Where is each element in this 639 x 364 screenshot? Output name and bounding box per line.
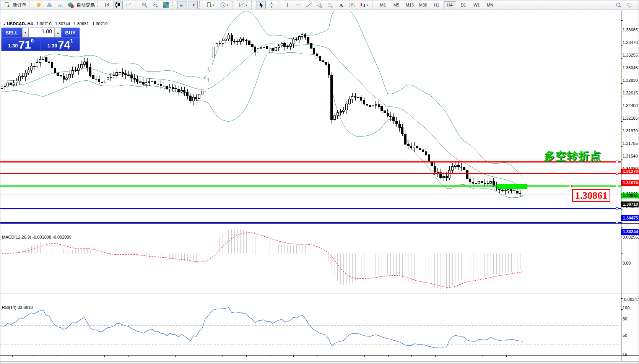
toolbar-separator xyxy=(232,1,235,9)
zoom-in-button[interactable] xyxy=(140,1,150,9)
toolbar-separator xyxy=(98,1,101,9)
new-order-button-label[interactable]: 新订单 xyxy=(13,2,26,8)
candlestick-chart-button[interactable] xyxy=(113,1,123,9)
main-toolbar: 新订单自动交易▾▾▾EFAT▾M1M5M15M30H1H4D1W1MN xyxy=(0,0,639,10)
timeframe-mn-button[interactable]: MN xyxy=(484,1,496,9)
price-axis-tick[interactable]: 1.31970 xyxy=(623,128,639,133)
candles-icon xyxy=(115,2,121,8)
macd-axis-min: -0.003479 xyxy=(623,297,639,302)
crosshair-button[interactable] xyxy=(267,1,276,9)
indicators-button[interactable]: ▾ xyxy=(237,1,250,9)
timeframe-m30-button[interactable]: M30 xyxy=(417,1,429,9)
price-axis-tick[interactable]: 1.32400 xyxy=(623,103,639,108)
buy-price-big: 74 xyxy=(58,40,70,50)
level-price-label: 1.30861 xyxy=(621,193,639,198)
mt4-terminal-window: 新订单自动交易▾▾▾EFAT▾M1M5M15M30H1H4D1W1MN ▲USD… xyxy=(0,0,639,364)
price-axis-tick[interactable]: 1.32185 xyxy=(623,115,639,121)
level-price-label: 1.31074 xyxy=(621,180,639,186)
collapse-icon[interactable]: ▲ xyxy=(3,23,6,26)
volume-input[interactable]: 1.00 xyxy=(29,28,55,37)
horizontal-line-button[interactable] xyxy=(293,1,303,9)
timeframe-m5-button[interactable]: M5 xyxy=(390,1,403,9)
tile-windows-button[interactable] xyxy=(161,1,171,9)
new-chart-button[interactable]: ▾ xyxy=(204,1,217,9)
ohlc-low: 1.30681 xyxy=(73,21,89,26)
hline-icon xyxy=(295,2,301,8)
fibonacci-button[interactable]: F xyxy=(325,1,335,9)
price-axis-tick[interactable]: 1.31755 xyxy=(623,141,639,146)
timeframe-h4-button[interactable]: H4 xyxy=(444,1,456,9)
chart-window[interactable]: ▲USDCAD-,H4 1.30710 1.30744 1.30681 1.30… xyxy=(0,10,639,364)
bar-chart-button[interactable] xyxy=(102,1,112,9)
chart-title-bar: ▲USDCAD-,H4 1.30710 1.30744 1.30681 1.30… xyxy=(3,21,107,26)
price-axis-tick[interactable]: 1.32615 xyxy=(623,90,639,96)
buy-button[interactable]: BUY xyxy=(61,28,80,37)
macd-axis-zero: 0.00 xyxy=(623,260,639,266)
vline-icon xyxy=(285,2,291,8)
zoom-out-icon xyxy=(152,2,158,8)
macd-value-signal: -0.002009 xyxy=(52,235,72,239)
ohlc-open: 1.30710 xyxy=(36,21,52,26)
channel-icon: E xyxy=(317,2,323,8)
sell-price-big: 71 xyxy=(18,40,31,50)
channel-button[interactable]: E xyxy=(315,1,325,9)
symbol-title: USDCAD-,H4 xyxy=(7,21,33,26)
volume-down-button[interactable]: ▼ xyxy=(22,28,29,37)
volume-up-button[interactable]: ▲ xyxy=(55,28,61,37)
autotrading-button[interactable] xyxy=(66,1,76,9)
svg-text:E: E xyxy=(320,6,322,8)
svg-text:T: T xyxy=(351,3,353,7)
svg-text:A: A xyxy=(340,2,343,8)
autotrading-button-label[interactable]: 自动交易 xyxy=(76,2,95,8)
community-button[interactable] xyxy=(44,1,54,9)
arrows-icon xyxy=(360,2,366,8)
macd-value-main: -0.001808 xyxy=(32,235,51,239)
trendline-button[interactable] xyxy=(304,1,314,9)
cursor-button[interactable] xyxy=(256,1,266,9)
text-button[interactable]: A xyxy=(336,1,346,9)
doc-plus-icon xyxy=(4,2,10,8)
price-chart-canvas[interactable] xyxy=(0,10,639,364)
price-axis-tick[interactable]: 1.33685 xyxy=(623,27,639,32)
rsi-axis-tick: 15 xyxy=(623,352,639,357)
vertical-line-button[interactable] xyxy=(283,1,293,9)
sell-price-display[interactable]: 1.30 71 0 xyxy=(2,38,40,50)
key-level-price-label[interactable]: 1.30861 xyxy=(572,189,610,202)
price-axis-tick[interactable]: 1.33470 xyxy=(623,40,639,45)
current-price-label: 1.30710 xyxy=(621,202,639,207)
price-axis-tick[interactable]: 1.33255 xyxy=(623,52,639,58)
zoom-out-button[interactable] xyxy=(150,1,160,9)
chartshift-icon xyxy=(190,2,196,8)
sell-button[interactable]: SELL xyxy=(2,28,22,37)
new-order-button[interactable] xyxy=(2,1,12,9)
price-axis-tick[interactable]: 1.31540 xyxy=(623,153,639,159)
profiles-button[interactable]: ▾ xyxy=(218,1,231,9)
search-button[interactable] xyxy=(614,1,624,9)
chat-button[interactable] xyxy=(624,1,634,9)
label-button[interactable]: T xyxy=(347,1,357,9)
doc-plus-icon xyxy=(206,2,212,8)
turning-point-annotation[interactable]: 多空转折点 xyxy=(544,149,601,164)
line-chart-button[interactable] xyxy=(124,1,133,9)
signals-button[interactable] xyxy=(55,1,65,9)
price-axis-tick[interactable]: 1.32830 xyxy=(623,78,639,83)
search-icon xyxy=(616,2,622,8)
price-axis-tick[interactable]: 1.33045 xyxy=(623,65,639,70)
auto-scroll-button[interactable] xyxy=(177,1,187,9)
timeframe-m15-button[interactable]: M15 xyxy=(403,1,416,9)
chevron-down-icon: ▾ xyxy=(246,3,247,7)
status-strip xyxy=(0,361,639,364)
chart-shift-button[interactable] xyxy=(188,1,198,9)
arrows-button[interactable]: ▾ xyxy=(358,1,371,9)
timeframe-h1-button[interactable]: H1 xyxy=(430,1,443,9)
label-icon: T xyxy=(349,2,355,8)
toolbar-separator xyxy=(29,1,32,9)
timeframe-d1-button[interactable]: D1 xyxy=(457,1,470,9)
signal-icon xyxy=(57,2,63,8)
tile-icon xyxy=(163,2,169,8)
timeframe-w1-button[interactable]: W1 xyxy=(470,1,483,9)
toolbar-separator xyxy=(135,1,138,9)
buy-price-display[interactable]: 1.30 74 1 xyxy=(41,38,80,50)
marketwatch-button[interactable] xyxy=(34,1,44,9)
timeframe-m1-button[interactable]: M1 xyxy=(377,1,389,9)
